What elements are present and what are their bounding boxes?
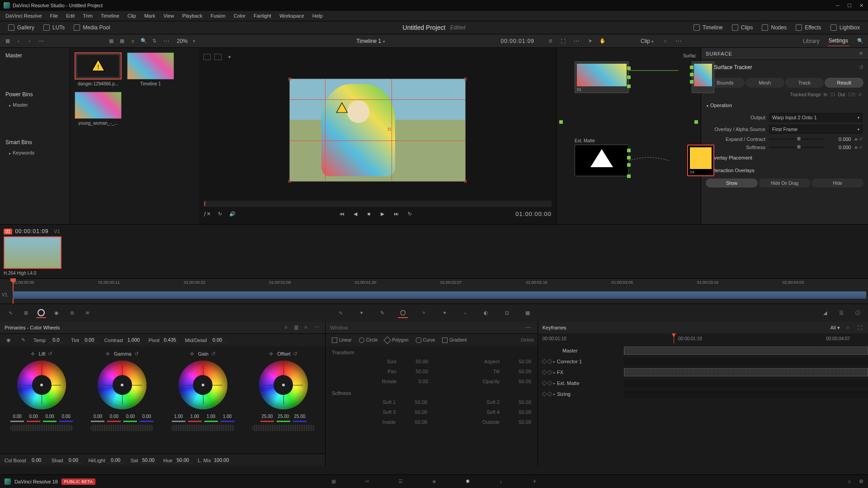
loop-icon[interactable]: ↻: [406, 210, 413, 217]
soft-slider[interactable]: [769, 146, 825, 148]
outside-value[interactable]: 50.00: [504, 419, 531, 425]
kf-row-corrector[interactable]: ▸Corrector 1: [538, 356, 868, 367]
menu-workspace[interactable]: Workspace: [276, 12, 308, 19]
sat-value[interactable]: 50.00: [140, 457, 157, 463]
library-tab[interactable]: Library: [802, 36, 821, 46]
more-icon[interactable]: ⋯: [314, 324, 321, 331]
page-media[interactable]: ▦: [328, 476, 339, 487]
page-cut[interactable]: ✂: [362, 476, 373, 487]
page-edit[interactable]: ☰: [395, 476, 406, 487]
zoom-dropdown[interactable]: 20%: [174, 37, 190, 45]
awb-icon[interactable]: ✎: [19, 336, 27, 344]
clip-thumbnail[interactable]: [4, 236, 61, 269]
node-01[interactable]: 01: [575, 61, 629, 93]
fullscreen-icon[interactable]: ⛶: [559, 37, 567, 45]
motion-mode-icon[interactable]: ≋: [82, 308, 92, 318]
placement-section[interactable]: Overlay Placement: [701, 151, 868, 164]
offset-jog[interactable]: [252, 425, 315, 431]
blur-icon[interactable]: ▫: [460, 308, 470, 318]
timeline-ruler[interactable]: 01:00:00:0001:00:00:11 01:00:00:2201:00:…: [0, 278, 868, 304]
shape-curve[interactable]: Curve: [413, 336, 438, 344]
menu-mark[interactable]: Mark: [141, 12, 159, 19]
window-icon[interactable]: ◯: [398, 308, 408, 318]
rgb-mode-icon[interactable]: ⊚: [67, 308, 77, 318]
gallery-button[interactable]: Gallery: [4, 23, 39, 33]
sort-icon[interactable]: ⇅: [151, 37, 159, 45]
split-icon[interactable]: [214, 54, 222, 60]
rotate-value[interactable]: 0.00: [401, 379, 428, 384]
lift-colorwheel[interactable]: [17, 361, 66, 409]
powerbin-master[interactable]: Master: [0, 100, 70, 109]
home-icon[interactable]: ⌂: [848, 479, 851, 484]
bars-mode-icon[interactable]: |||: [294, 324, 301, 331]
viewer-timecode[interactable]: 00:00:01:09: [501, 38, 534, 44]
bypass-icon[interactable]: ⊘: [546, 37, 554, 45]
page-color[interactable]: ✺: [462, 476, 473, 487]
video-clip-bar[interactable]: [13, 291, 866, 299]
hand-tool-icon[interactable]: ✋: [599, 37, 607, 45]
expand-value[interactable]: 0.000: [828, 136, 851, 142]
node-more-icon[interactable]: ⋯: [674, 38, 684, 45]
kf-timecode-bar[interactable]: 00:00:01:10 00:00:01:10 00:00:04:07: [538, 333, 868, 343]
list-view-icon[interactable]: ≡: [129, 37, 137, 45]
delete-shape[interactable]: Delete: [521, 338, 534, 343]
curves-icon[interactable]: ∿: [335, 308, 345, 318]
kf-row-extmatte[interactable]: ▸Ext. Matte: [538, 378, 868, 389]
minimize-button[interactable]: ─: [835, 2, 841, 9]
highlight-icon[interactable]: [203, 54, 211, 60]
curves-mode-icon[interactable]: ∿: [5, 308, 15, 318]
warper-icon[interactable]: ✦: [356, 308, 366, 318]
project-settings-icon[interactable]: ⚙: [859, 479, 863, 484]
menu-edit[interactable]: Edit: [62, 12, 78, 19]
kf-circle-icon[interactable]: ○: [844, 324, 852, 332]
picker-icon[interactable]: ◉: [5, 336, 13, 344]
info-icon[interactable]: ⓘ: [853, 308, 863, 318]
stop-icon[interactable]: ■: [365, 210, 373, 217]
fx-toggle-icon[interactable]: ƒ✕: [203, 210, 211, 217]
md-value[interactable]: 0.00: [209, 337, 226, 343]
node-04[interactable]: 04: [687, 145, 714, 176]
menu-help[interactable]: Help: [309, 12, 326, 19]
soft4-value[interactable]: 50.00: [504, 409, 531, 415]
shape-linear[interactable]: Linear: [329, 336, 354, 344]
soft-value[interactable]: 0.000: [828, 145, 851, 150]
menu-timeline[interactable]: Timeline: [97, 12, 123, 19]
loop-mode-icon[interactable]: ↻: [216, 210, 223, 217]
shape-circle[interactable]: Circle: [356, 336, 381, 344]
scopes2-icon[interactable]: ☰: [836, 308, 846, 318]
wand-icon[interactable]: ✦: [225, 53, 233, 61]
contrast-value[interactable]: 1.000: [125, 337, 142, 343]
sizing-icon[interactable]: ⊡: [502, 308, 512, 318]
lift-icon[interactable]: ✢: [31, 351, 36, 357]
3d-icon[interactable]: ▦: [523, 308, 533, 318]
gamma-reset-icon[interactable]: ↺: [134, 351, 139, 357]
clips-button[interactable]: Clips: [727, 23, 758, 33]
lift-jog[interactable]: [10, 425, 73, 431]
step-back-icon[interactable]: ◀: [352, 210, 359, 217]
kf-expand-icon[interactable]: ⛶: [855, 324, 863, 332]
menu-color[interactable]: Color: [230, 12, 249, 19]
gain-colorwheel[interactable]: [179, 361, 227, 409]
soft1-value[interactable]: 50.00: [400, 399, 427, 405]
menu-file[interactable]: File: [47, 12, 62, 19]
arrow-tool-icon[interactable]: ➤: [586, 37, 594, 45]
node-surface[interactable]: [692, 61, 714, 93]
shape-polygon[interactable]: Polygon: [382, 336, 411, 344]
shad-value[interactable]: 0.00: [65, 457, 82, 463]
tracking-overlay[interactable]: [290, 79, 465, 181]
pan-value[interactable]: 50.00: [401, 369, 428, 374]
lightbox-button[interactable]: Lightbox: [826, 23, 864, 33]
nav-fwd-icon[interactable]: ›: [25, 37, 33, 45]
kf-playhead[interactable]: [674, 333, 674, 343]
interaction-section[interactable]: Interaction Overlays: [701, 164, 868, 177]
soft3-value[interactable]: 50.00: [400, 409, 427, 415]
gamma-jog[interactable]: [90, 425, 154, 431]
key-icon[interactable]: ◐: [481, 308, 491, 318]
close-button[interactable]: ✕: [858, 2, 864, 9]
hide-btn[interactable]: Hide: [811, 178, 863, 188]
thumb-view-icon[interactable]: ▦: [107, 37, 115, 45]
opacity-value[interactable]: 50.00: [504, 379, 531, 384]
menu-davinci[interactable]: DaVinci Resolve: [2, 12, 46, 19]
search-icon[interactable]: 🔍: [140, 37, 148, 45]
clip-dropdown[interactable]: Clip ▾: [638, 37, 656, 45]
